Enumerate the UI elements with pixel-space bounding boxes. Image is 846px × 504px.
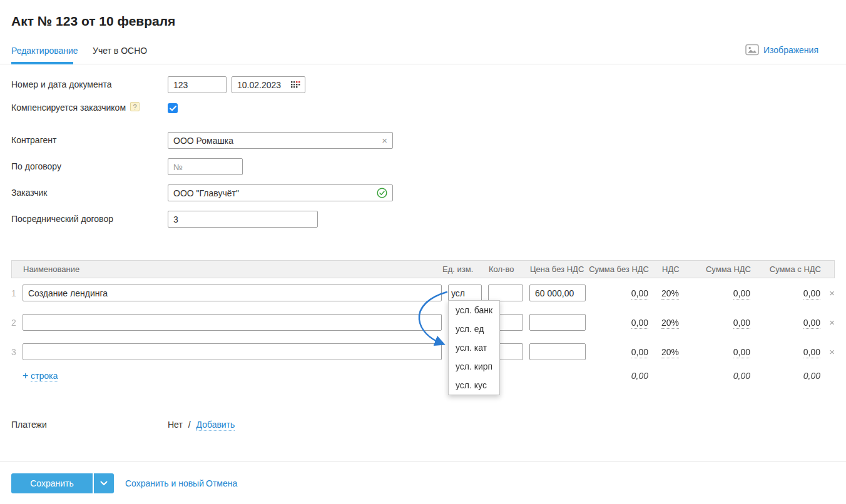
sum-vat-value[interactable]: 0,00 — [733, 288, 750, 300]
item-quantity-input[interactable] — [488, 285, 523, 301]
header-quantity: Кол-во — [489, 265, 524, 274]
vat-rate-value[interactable]: 20% — [661, 347, 679, 358]
header-sum-vat: Сумма НДС — [693, 265, 751, 274]
vat-rate-value[interactable]: 20% — [661, 288, 679, 300]
sum-vat-value[interactable]: 0,00 — [733, 318, 750, 329]
sum-no-vat-value[interactable]: 0,00 — [631, 318, 648, 329]
chevron-down-icon — [100, 481, 108, 486]
table-row: 3 0,00 20% 0,00 0,00 × — [11, 337, 835, 366]
item-price-input[interactable] — [529, 314, 586, 331]
compensated-checkbox[interactable] — [168, 103, 178, 113]
header-vat: НДС — [662, 265, 693, 274]
clear-icon[interactable]: × — [377, 135, 392, 146]
dropdown-item[interactable]: усл. кат — [449, 338, 499, 357]
cancel-link[interactable]: Отмена — [206, 473, 237, 493]
item-unit-input[interactable] — [448, 285, 482, 301]
header-sum-no-vat: Сумма без НДС — [586, 265, 649, 274]
compensated-label-row: Компенсируется заказчиком? — [11, 99, 140, 116]
total-sum-with-vat: 0,00 — [758, 371, 820, 381]
vat-rate-value[interactable]: 20% — [661, 318, 679, 329]
delete-row-icon[interactable]: × — [829, 288, 835, 298]
item-price-input[interactable] — [529, 285, 586, 301]
customer-field — [168, 184, 393, 201]
payments-add-link[interactable]: Добавить — [196, 420, 235, 431]
item-name-input[interactable] — [23, 314, 442, 331]
page-title: Акт № 123 от 10 февраля — [11, 14, 175, 29]
sum-with-vat-value[interactable]: 0,00 — [803, 318, 820, 329]
save-button-main[interactable]: Сохранить — [11, 473, 93, 493]
dropdown-item[interactable]: усл. кирп — [449, 357, 499, 376]
total-sum-no-vat: 0,00 — [586, 371, 648, 381]
row-number: 3 — [11, 347, 20, 357]
payments-value: Нет — [168, 420, 183, 430]
dropdown-item[interactable]: усл. кус — [449, 376, 499, 395]
total-sum-vat: 0,00 — [693, 371, 750, 381]
sum-with-vat-value[interactable]: 0,00 — [803, 288, 820, 300]
active-tab-underline — [11, 62, 73, 64]
save-button: Сохранить — [11, 473, 114, 493]
delete-row-icon[interactable]: × — [829, 346, 835, 357]
dropdown-item[interactable]: усл. ед — [449, 320, 499, 338]
header-unit: Ед. изм. — [442, 265, 482, 274]
sum-no-vat-value[interactable]: 0,00 — [631, 288, 648, 300]
dropdown-item[interactable]: усл. банк — [449, 301, 499, 320]
counterparty-label: Контрагент — [11, 132, 56, 149]
row-number: 2 — [11, 318, 20, 328]
customer-label: Заказчик — [11, 184, 48, 201]
payments-label: Платежи — [11, 416, 47, 433]
plus-icon: + — [23, 370, 28, 381]
number-date-label: Номер и дата документа — [11, 76, 112, 93]
header-price-no-vat: Цена без НДС — [530, 265, 586, 274]
document-date-input[interactable] — [232, 77, 291, 93]
payments-value-row: Нет / Добавить — [168, 416, 235, 433]
payments-separator: / — [188, 420, 191, 430]
contract-number-input[interactable] — [168, 158, 243, 175]
counterparty-field: × — [168, 132, 393, 149]
images-link-label: Изображения — [763, 45, 818, 55]
item-name-input[interactable] — [23, 285, 442, 301]
tab-osno-accounting[interactable]: Учет в ОСНО — [93, 46, 147, 56]
help-icon[interactable]: ? — [130, 102, 140, 111]
item-name-input[interactable] — [23, 343, 442, 360]
intermediary-label: Посреднический договор — [11, 211, 113, 228]
tab-editing[interactable]: Редактирование — [11, 46, 78, 56]
calendar-icon[interactable] — [291, 81, 305, 88]
intermediary-input[interactable] — [168, 211, 318, 228]
images-link[interactable]: Изображения — [745, 44, 818, 56]
tabs-divider — [0, 64, 846, 64]
add-row-label: строка — [31, 371, 58, 382]
items-table-header: Наименование Ед. изм. Кол-во Цена без НД… — [11, 260, 835, 278]
save-and-new-link[interactable]: Сохранить и новый — [125, 473, 204, 493]
header-name: Наименование — [23, 265, 442, 274]
table-totals-row: +строка 0,00 0,00 0,00 — [11, 366, 835, 385]
row-number: 1 — [11, 288, 20, 298]
unit-suggestions-dropdown: усл. банк усл. ед усл. кат усл. кирп усл… — [448, 300, 500, 395]
table-row: 2 0,00 20% 0,00 0,00 × — [11, 308, 835, 337]
customer-input[interactable] — [168, 185, 377, 201]
valid-check-icon — [377, 188, 392, 198]
footer-divider — [0, 461, 846, 462]
save-button-menu[interactable] — [94, 473, 114, 493]
sum-no-vat-value[interactable]: 0,00 — [631, 347, 648, 358]
table-row: 1 0,00 20% 0,00 0,00 × — [11, 278, 835, 308]
sum-vat-value[interactable]: 0,00 — [733, 347, 750, 358]
item-price-input[interactable] — [529, 343, 586, 360]
counterparty-input[interactable] — [168, 133, 377, 148]
header-sum-with-vat: Сумма с НДС — [758, 265, 821, 274]
act-edit-page: Акт № 123 от 10 февраля Редактирование У… — [0, 0, 846, 504]
sum-with-vat-value[interactable]: 0,00 — [803, 347, 820, 358]
items-table-body: 1 0,00 20% 0,00 0,00 × 2 0,00 20% 0,00 0… — [11, 278, 835, 385]
compensated-label: Компенсируется заказчиком — [11, 103, 126, 113]
document-date-field — [232, 76, 305, 93]
checkmark-icon — [170, 106, 176, 111]
delete-row-icon[interactable]: × — [829, 317, 835, 328]
image-icon — [745, 44, 759, 56]
add-row-link[interactable]: +строка — [23, 371, 58, 381]
document-number-input[interactable] — [168, 76, 227, 93]
contract-label: По договору — [11, 158, 61, 175]
